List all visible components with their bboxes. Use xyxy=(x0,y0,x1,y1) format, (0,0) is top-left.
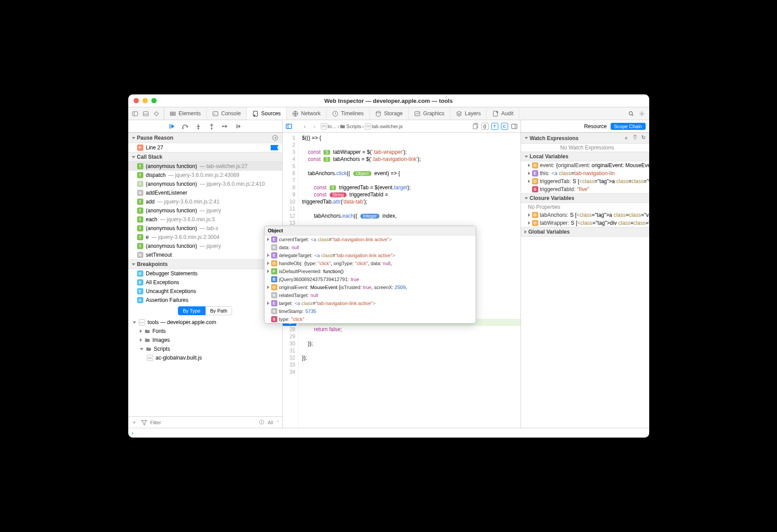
callstack-frame[interactable]: f(anonymous function) — jquery xyxy=(128,242,282,250)
callstack-frame[interactable]: NsetTimeout xyxy=(128,250,282,259)
breakpoints-header[interactable]: Breakpoints xyxy=(128,259,282,269)
copy-icon[interactable] xyxy=(472,123,479,130)
popover-property[interactable]: NtimeStamp: 5735 xyxy=(264,307,476,315)
popover-property[interactable]: FisDefaultPrevented: function() xyxy=(264,267,476,275)
scope-variable[interactable]: OtabWrapper: S [<class="tag">div class=c… xyxy=(521,219,649,227)
step-over-icon[interactable] xyxy=(181,123,189,130)
nav-folder[interactable]: Scripts xyxy=(128,344,282,353)
navigator-tree: <>tools — developer.apple.com Fonts Imag… xyxy=(128,317,282,416)
callstack-frame[interactable]: fadd — jquery-3.6.0.min.js:2:41 xyxy=(128,197,282,206)
type-badge-icon: N xyxy=(271,244,277,250)
scope-chain-button[interactable]: Scope Chain xyxy=(611,123,646,130)
dock-left-icon[interactable] xyxy=(132,110,139,117)
document-icon: <> xyxy=(139,319,145,325)
tab-console[interactable]: Console xyxy=(207,107,247,120)
step-next-icon[interactable] xyxy=(235,123,242,130)
scope-variable[interactable]: StriggeredTabId: "five" xyxy=(521,185,649,193)
types-icon[interactable]: T xyxy=(491,123,498,130)
coverage-icon[interactable]: C xyxy=(501,123,508,130)
nav-folder[interactable]: Fonts xyxy=(128,327,282,336)
bp-mode-bytype[interactable]: By Type xyxy=(178,306,205,315)
resource-label[interactable]: Resource xyxy=(584,123,607,129)
callstack-frame[interactable]: fdispatch — jquery-3.6.0.min.js:2:43069 xyxy=(128,171,282,180)
popover-property[interactable]: OhandleObj: {type: "click", origType: "c… xyxy=(264,259,476,267)
callstack-header[interactable]: Call Stack xyxy=(128,152,282,162)
breakpoint-row[interactable]: EAll Exceptions xyxy=(128,278,282,287)
tab-timelines[interactable]: Timelines xyxy=(327,107,370,120)
tab-sources[interactable]: Sources xyxy=(247,107,287,120)
callstack-frame[interactable]: feach — jquery-3.6.0.min.js:3 xyxy=(128,215,282,224)
popover-property[interactable]: BjQuery36008924375739412791: true xyxy=(264,275,476,283)
nav-folder[interactable]: Images xyxy=(128,336,282,344)
goto-icon[interactable] xyxy=(272,134,279,141)
tab-layers[interactable]: Layers xyxy=(450,107,487,120)
callstack-frame[interactable]: f(anonymous function) — jquery xyxy=(128,206,282,215)
watch-header[interactable]: Watch Expressions＋↻ xyxy=(521,133,649,144)
add-icon[interactable]: ＋ xyxy=(131,419,138,426)
resume-icon[interactable] xyxy=(168,123,175,130)
dock-detach-icon[interactable] xyxy=(153,110,160,117)
scope-variable[interactable]: Oevent: {originalEvent: originalEvent: M… xyxy=(521,161,649,169)
callstack-frame[interactable]: f(anonymous function) — jquery-3.6.0.min… xyxy=(128,180,282,188)
popover-property[interactable]: Stype: "click" xyxy=(264,315,476,323)
gear-icon[interactable] xyxy=(639,110,646,117)
step-out-icon[interactable] xyxy=(208,123,215,130)
nav-root[interactable]: <>tools — developer.apple.com xyxy=(128,318,282,327)
close-icon[interactable] xyxy=(134,98,139,103)
local-header[interactable]: Local Variables xyxy=(521,152,649,161)
breadcrumb[interactable]: JSto… › Scripts › JStab-switcher.js xyxy=(321,123,403,129)
callstack-frame[interactable]: f(anonymous function) — tab-s xyxy=(128,224,282,233)
popover-property[interactable]: OoriginalEvent: MouseEvent {isTrusted: t… xyxy=(264,283,476,291)
add-icon[interactable]: ＋ xyxy=(623,134,629,142)
zoom-icon[interactable] xyxy=(151,98,157,103)
popover-property[interactable]: Ndata: null xyxy=(264,243,476,251)
breakpoint-row[interactable]: EUncaught Exceptions xyxy=(128,287,282,296)
popover-property[interactable]: EdelegateTarget: <a class="tab-navigatio… xyxy=(264,251,476,259)
js-file-icon: JS xyxy=(147,355,153,361)
filter-input[interactable] xyxy=(150,420,256,425)
refresh-icon[interactable]: ↻ xyxy=(641,134,646,142)
console-prompt[interactable]: › xyxy=(128,428,649,438)
scope-variable[interactable]: OtabAnchors: S [<class="tag">a class=cla… xyxy=(521,211,649,219)
closure-header[interactable]: Closure Variables xyxy=(521,193,649,203)
tab-label: Layers xyxy=(465,110,481,117)
nav-fwd-icon[interactable]: › xyxy=(311,123,318,130)
tab-label: Elements xyxy=(179,110,201,117)
pause-reason-header[interactable]: Pause Reason xyxy=(128,133,282,143)
tab-elements[interactable]: Elements xyxy=(164,107,207,120)
tab-graphics[interactable]: Graphics xyxy=(409,107,450,120)
callstack-frame[interactable]: NaddEventListener xyxy=(128,188,282,197)
step-icon[interactable] xyxy=(221,123,229,130)
callstack-frame[interactable]: f(anonymous function) — tab-switcher.js:… xyxy=(128,162,282,171)
type-badge-icon: B xyxy=(271,276,277,282)
tab-audit[interactable]: Audit xyxy=(487,107,519,120)
dock-bottom-icon[interactable] xyxy=(142,110,150,117)
filter-scope[interactable]: All xyxy=(268,420,273,425)
warning-icon[interactable]: ⓘ xyxy=(258,419,265,426)
scope-variable[interactable]: Ethis: <a class=tab-navigation-lin xyxy=(521,169,649,177)
breakpoint-row[interactable]: AAssertion Failures xyxy=(128,296,282,305)
step-into-icon[interactable] xyxy=(195,123,202,130)
nav-back-icon[interactable]: ‹ xyxy=(301,123,308,130)
breakpoint-badge-icon: D xyxy=(137,270,143,277)
global-header[interactable]: Global Variables xyxy=(521,227,649,237)
popover-property[interactable]: NrelatedTarget: null xyxy=(264,291,476,299)
callstack-frame[interactable]: fe — jquery-3.6.0.min.js:2:3004 xyxy=(128,233,282,242)
nav-file[interactable]: JSac-globalnav.built.js xyxy=(128,353,282,362)
minimize-icon[interactable] xyxy=(142,98,148,103)
sidebar-toggle-icon[interactable] xyxy=(285,123,292,130)
chevron-icon[interactable]: ⌃ xyxy=(276,420,280,425)
scope-variable[interactable]: OtriggeredTab: S [<class="tag">a class=c… xyxy=(521,177,649,185)
tab-network[interactable]: Network xyxy=(287,107,327,120)
trash-icon[interactable] xyxy=(632,134,638,142)
popover-property[interactable]: EcurrentTarget: <a class="tab-navigation… xyxy=(264,235,476,243)
pause-reason-row[interactable]: PLine 27 xyxy=(128,143,282,152)
right-sidebar-icon[interactable] xyxy=(511,123,518,130)
search-icon[interactable] xyxy=(628,110,635,117)
bp-mode-bypath[interactable]: By Path xyxy=(205,306,233,315)
popover-property[interactable]: Etarget: <a class="tab-navigation-link a… xyxy=(264,299,476,307)
breakpoint-row[interactable]: DDebugger Statements xyxy=(128,269,282,278)
pretty-print-icon[interactable]: {} xyxy=(481,123,489,130)
tab-storage[interactable]: Storage xyxy=(370,107,409,120)
type-badge-icon: F xyxy=(271,268,277,274)
